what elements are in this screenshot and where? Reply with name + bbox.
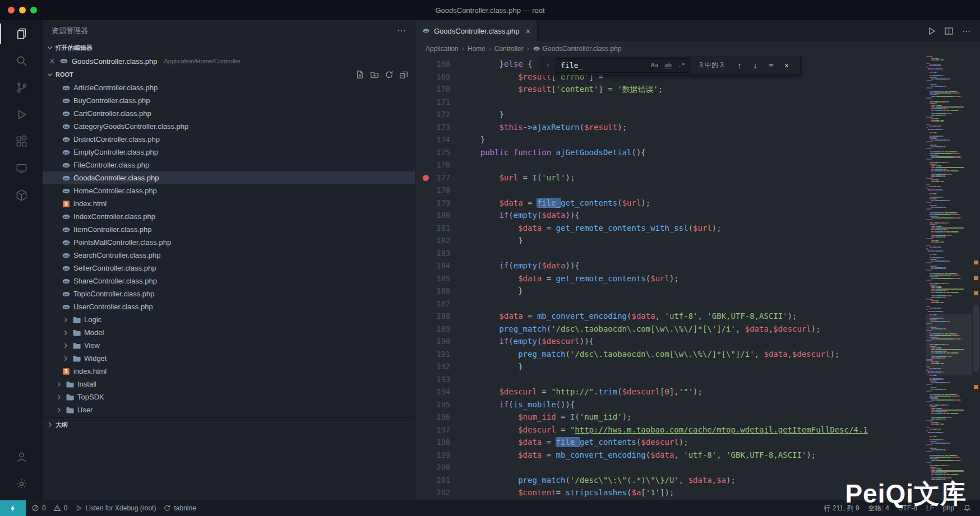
activity-bar-run-debug[interactable] <box>0 101 43 128</box>
refresh-icon[interactable] <box>385 70 394 79</box>
tree-item-ArticleController.class.php[interactable]: phpArticleController.class.php <box>43 81 415 94</box>
code-text[interactable] <box>461 373 466 386</box>
code-text[interactable]: preg_match('/dsc\.taobaocdn\.com[\w\.\%\… <box>461 348 839 361</box>
line-number[interactable]: 171 <box>415 96 461 109</box>
split-editor-button[interactable] <box>944 26 954 36</box>
activity-bar-source-control[interactable] <box>0 74 43 101</box>
line-number[interactable]: 186 <box>415 285 461 297</box>
tree-item-TopSDK[interactable]: TopSDK <box>43 391 415 403</box>
breadcrumb-item[interactable]: Application <box>426 45 459 53</box>
breadcrumb-item[interactable]: Controller <box>494 45 524 53</box>
next-match-button[interactable]: ↓ <box>749 59 761 72</box>
line-number[interactable]: 181 <box>415 222 461 235</box>
tree-item-SellerController.class.php[interactable]: phpSellerController.class.php <box>43 262 415 275</box>
code-text[interactable]: $url = I('url'); <box>461 171 575 184</box>
line-number[interactable]: 194 <box>415 385 461 398</box>
breadcrumb-item[interactable]: phpGoodsController.class.php <box>533 45 622 53</box>
line-number[interactable]: 200 <box>415 461 461 474</box>
code-text[interactable]: } <box>461 285 523 297</box>
editor-scrollbar[interactable] <box>972 56 980 500</box>
code-text[interactable]: if(empty($descurl)){ <box>461 335 594 348</box>
line-number[interactable]: 195 <box>415 398 461 411</box>
line-number[interactable]: 193 <box>415 373 461 386</box>
code-text[interactable]: $num_iid = I('num_iid'); <box>461 411 631 424</box>
status-xdebug[interactable]: Listen for Xdebug (root) <box>75 504 156 512</box>
line-number[interactable]: 178 <box>415 184 461 197</box>
tree-item-ShareController.class.php[interactable]: phpShareController.class.php <box>43 275 415 287</box>
activity-bar-remote[interactable] <box>0 155 43 182</box>
tree-item-Widget[interactable]: Widget <box>43 352 415 365</box>
code-text[interactable] <box>461 297 466 310</box>
code-text[interactable]: } <box>461 108 504 121</box>
code-text[interactable]: if(empty($data)){ <box>461 209 580 222</box>
code-text[interactable]: if(empty($data)){ <box>461 259 580 272</box>
code-text[interactable]: $content= stripcslashes($a['1']); <box>461 486 674 499</box>
code-text[interactable]: $data = mb_convert_encoding($data, 'utf-… <box>461 449 816 462</box>
code-text[interactable]: } <box>461 133 485 146</box>
line-number[interactable]: 184 <box>415 259 461 272</box>
close-window-button[interactable] <box>8 7 15 13</box>
find-widget[interactable]: file_ Aa ab .* 3 中的 3 ↑ ↓ ≡ × <box>543 56 801 75</box>
close-tab-icon[interactable]: × <box>525 26 530 36</box>
line-number[interactable]: 198 <box>415 436 461 449</box>
line-number[interactable]: 182 <box>415 234 461 247</box>
status-tabnine[interactable]: tabnine <box>163 504 196 512</box>
code-text[interactable] <box>461 461 466 474</box>
code-text[interactable]: preg_match('/dsc\.taobaocdn\.com[\w\.\%\… <box>461 323 821 336</box>
find-in-selection-button[interactable]: ≡ <box>765 59 777 72</box>
line-number[interactable]: 169 <box>415 71 461 83</box>
line-number[interactable]: 197 <box>415 424 461 436</box>
tree-item-HomeController.class.php[interactable]: phpHomeController.class.php <box>43 184 415 197</box>
whole-word-toggle[interactable]: ab <box>663 60 673 71</box>
title-bar[interactable]: GoodsController.class.php — root <box>0 0 980 20</box>
code-text[interactable]: } <box>461 360 523 373</box>
line-number[interactable]: 187 <box>415 297 461 310</box>
close-find-button[interactable]: × <box>780 59 793 72</box>
tree-item-index.html[interactable]: 5index.html <box>43 197 415 210</box>
line-number[interactable]: 201 <box>415 474 461 487</box>
activity-bar-explorer[interactable] <box>0 20 43 47</box>
activity-bar-account[interactable] <box>0 443 43 470</box>
code-text[interactable]: $data = file_get_contents($descurl); <box>461 436 688 449</box>
code-text[interactable]: }else { <box>461 58 532 71</box>
tree-item-TopicController.class.php[interactable]: phpTopicController.class.php <box>43 287 415 300</box>
code-text[interactable]: $this->ajaxReturn($result); <box>461 121 627 134</box>
line-number[interactable]: 192 <box>415 360 461 373</box>
new-folder-icon[interactable] <box>370 70 379 79</box>
tree-item-EmptyController.class.php[interactable]: phpEmptyController.class.php <box>43 146 415 159</box>
tree-item-CartController.class.php[interactable]: phpCartController.class.php <box>43 107 415 120</box>
code-text[interactable] <box>461 96 466 109</box>
more-actions-button[interactable]: ⋯ <box>961 26 971 36</box>
new-file-icon[interactable] <box>355 70 364 79</box>
line-number[interactable]: 183 <box>415 247 461 260</box>
code-text[interactable]: public function ajGetGoodsDetial(){ <box>461 146 646 159</box>
line-number[interactable]: 172 <box>415 108 461 121</box>
code-text[interactable]: $descurl = "http://".trim($descurl[0],'"… <box>461 385 702 398</box>
open-editors-header[interactable]: 打开的编辑器 <box>43 41 415 54</box>
code-text[interactable] <box>461 247 466 260</box>
breakpoint-dot[interactable] <box>423 175 429 181</box>
remote-indicator[interactable] <box>0 500 26 516</box>
line-number[interactable]: 173 <box>415 121 461 134</box>
line-number[interactable]: 175 <box>415 146 461 159</box>
code-text[interactable]: $result['content'] = '数据错误'; <box>461 83 663 96</box>
match-case-toggle[interactable]: Aa <box>649 60 660 71</box>
activity-bar-package[interactable] <box>0 182 43 208</box>
run-or-debug-button[interactable] <box>927 26 936 36</box>
tab-goodscontroller[interactable]: php GoodsController.class.php × <box>415 20 538 41</box>
line-number[interactable]: 168 <box>415 58 461 71</box>
sidebar-more-actions-icon[interactable]: ⋯ <box>397 25 406 36</box>
activity-bar-settings[interactable] <box>0 470 43 497</box>
minimize-window-button[interactable] <box>19 7 26 13</box>
collapse-all-icon[interactable] <box>399 70 408 79</box>
code-text[interactable]: $descurl = "http://hws.m.taobao.com/cach… <box>461 424 868 436</box>
line-number[interactable]: 202 <box>415 486 461 499</box>
root-folder-header[interactable]: ROOT <box>43 68 415 81</box>
zoom-window-button[interactable] <box>30 7 37 13</box>
tree-item-BuyController.class.php[interactable]: phpBuyController.class.php <box>43 94 415 107</box>
scrollbar-thumb[interactable] <box>973 305 979 372</box>
line-number[interactable]: 174 <box>415 133 461 146</box>
code-text[interactable]: $data = file_get_contents($url); <box>461 197 650 210</box>
toggle-replace-icon[interactable] <box>543 56 552 75</box>
line-number[interactable]: 190 <box>415 335 461 348</box>
